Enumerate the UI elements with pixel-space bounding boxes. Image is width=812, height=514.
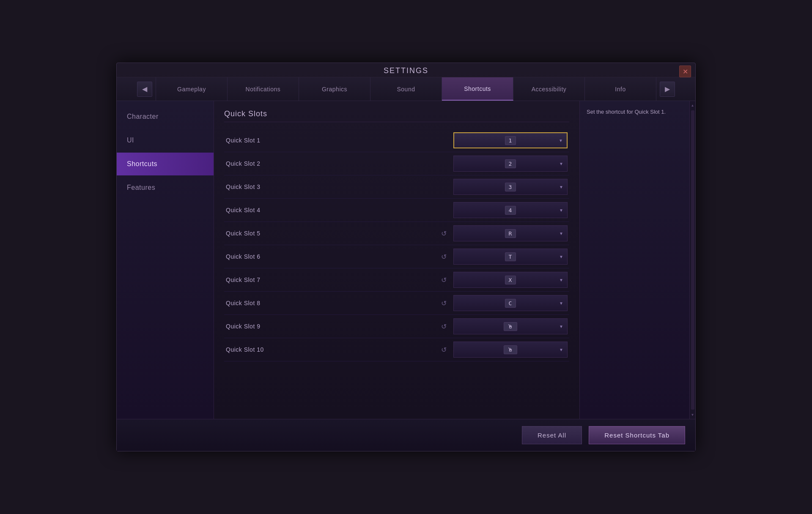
scroll-down-arrow[interactable]: ▼: [690, 410, 696, 419]
scroll-thumb: [691, 110, 694, 410]
slot-row-1: Quick Slot 11: [224, 129, 569, 152]
slot-row-10: Quick Slot 10↺🖱: [224, 338, 569, 361]
slot-label-8: Quick Slot 8: [226, 300, 437, 306]
tab-gameplay[interactable]: Gameplay: [156, 77, 228, 101]
slot-dropdown-3[interactable]: 3: [453, 179, 568, 195]
tab-graphics[interactable]: Graphics: [299, 77, 370, 101]
bottom-bar: Reset All Reset Shortcuts Tab: [117, 419, 695, 451]
sidebar-item-character[interactable]: Character: [117, 105, 214, 128]
slot-row-8: Quick Slot 8↺C: [224, 292, 569, 315]
slot-label-1: Quick Slot 1: [226, 137, 437, 144]
reset-icon-6[interactable]: ↺: [437, 250, 450, 263]
slots-container: Quick Slot 11Quick Slot 22Quick Slot 33Q…: [224, 129, 569, 361]
reset-icon-7[interactable]: ↺: [437, 273, 450, 286]
slot-row-5: Quick Slot 5↺R: [224, 222, 569, 245]
main-content: Quick Slots Quick Slot 11Quick Slot 22Qu…: [214, 101, 579, 419]
window-title: Settings: [384, 66, 428, 75]
section-title: Quick Slots: [224, 109, 569, 122]
slot-row-6: Quick Slot 6↺T: [224, 245, 569, 268]
content-area: Character UI Shortcuts Features Quick Sl…: [117, 101, 695, 419]
slot-row-3: Quick Slot 33: [224, 175, 569, 199]
slot-label-7: Quick Slot 7: [226, 276, 437, 283]
close-button[interactable]: ✕: [679, 66, 691, 77]
slot-dropdown-4[interactable]: 4: [453, 202, 568, 218]
slot-dropdown-9[interactable]: 🖱: [453, 318, 568, 334]
slot-label-10: Quick Slot 10: [226, 346, 437, 353]
slot-dropdown-8[interactable]: C: [453, 295, 568, 311]
slot-row-7: Quick Slot 7↺X: [224, 268, 569, 292]
slot-dropdown-10[interactable]: 🖱: [453, 342, 568, 358]
settings-window: Settings ✕ ◀ Gameplay Notifications Grap…: [116, 63, 696, 451]
reset-shortcuts-tab-button[interactable]: Reset Shortcuts Tab: [589, 426, 685, 444]
slot-label-6: Quick Slot 6: [226, 253, 437, 260]
slot-dropdown-7[interactable]: X: [453, 272, 568, 288]
slot-label-4: Quick Slot 4: [226, 207, 437, 213]
slot-dropdown-5[interactable]: R: [453, 225, 568, 241]
slot-dropdown-2[interactable]: 2: [453, 156, 568, 172]
slot-row-9: Quick Slot 9↺🖱: [224, 315, 569, 338]
reset-icon-10[interactable]: ↺: [437, 343, 450, 356]
right-scrollbar: ▲ ▼: [689, 101, 695, 419]
reset-icon-5[interactable]: ↺: [437, 227, 450, 240]
slot-dropdown-6[interactable]: T: [453, 249, 568, 265]
slot-dropdown-1[interactable]: 1: [453, 132, 568, 148]
tab-accessibility[interactable]: Accessibility: [513, 77, 585, 101]
slot-label-2: Quick Slot 2: [226, 160, 437, 167]
slot-label-5: Quick Slot 5: [226, 230, 437, 237]
tab-info[interactable]: Info: [585, 77, 656, 101]
sidebar-item-ui[interactable]: UI: [117, 129, 214, 152]
tab-bar: ◀ Gameplay Notifications Graphics Sound …: [117, 77, 695, 101]
reset-icon-8[interactable]: ↺: [437, 297, 450, 309]
slot-label-3: Quick Slot 3: [226, 183, 437, 190]
sidebar-item-shortcuts[interactable]: Shortcuts: [117, 153, 214, 175]
tab-shortcuts[interactable]: Shortcuts: [442, 77, 513, 101]
info-text: Set the shortcut for Quick Slot 1.: [587, 109, 666, 115]
info-panel: Set the shortcut for Quick Slot 1.: [579, 101, 689, 419]
tab-notifications[interactable]: Notifications: [228, 77, 299, 101]
slot-row-4: Quick Slot 44: [224, 199, 569, 222]
scroll-up-arrow[interactable]: ▲: [690, 101, 696, 109]
slot-row-2: Quick Slot 22: [224, 152, 569, 175]
reset-icon-9[interactable]: ↺: [437, 320, 450, 333]
tab-nav-right[interactable]: ▶: [660, 82, 675, 97]
sidebar: Character UI Shortcuts Features: [117, 101, 214, 419]
title-bar: Settings ✕: [117, 63, 695, 77]
sidebar-item-features[interactable]: Features: [117, 176, 214, 199]
tabs-container: Gameplay Notifications Graphics Sound Sh…: [156, 77, 656, 101]
slot-label-9: Quick Slot 9: [226, 323, 437, 330]
tab-nav-left[interactable]: ◀: [137, 82, 152, 97]
reset-all-button[interactable]: Reset All: [522, 426, 582, 444]
tab-sound[interactable]: Sound: [370, 77, 442, 101]
